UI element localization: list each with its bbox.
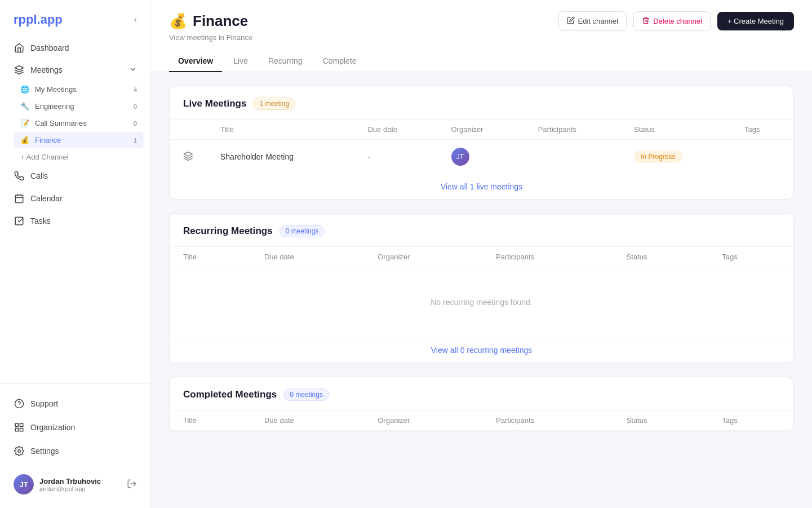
layers-icon — [14, 64, 25, 76]
table-header-row: Title Due date Organizer Participants St… — [170, 247, 793, 267]
col-title: Title — [170, 247, 251, 267]
tab-live[interactable]: Live — [224, 51, 257, 72]
svg-rect-1 — [15, 195, 23, 203]
table-row: No recurring meetings found. — [170, 267, 793, 338]
col-organizer: Organizer — [364, 247, 482, 267]
completed-meetings-section: Completed Meetings 0 meetings Title Due … — [169, 377, 794, 431]
tab-overview[interactable]: Overview — [169, 51, 222, 72]
edit-icon — [567, 16, 575, 26]
sidebar-item-tasks[interactable]: Tasks — [7, 210, 144, 232]
sub-item-badge: 0 — [134, 103, 137, 110]
col-status: Status — [613, 247, 709, 267]
sub-item-label: Engineering — [35, 102, 74, 111]
sidebar-item-label: Calls — [30, 171, 48, 180]
wrench-icon: 🔧 — [20, 102, 29, 111]
sidebar-item-finance[interactable]: 💰 Finance 1 — [14, 132, 144, 148]
page-subtitle: View meetings in Finance — [169, 33, 794, 42]
col-title: Title — [207, 120, 354, 140]
svg-rect-9 — [20, 423, 23, 426]
page-title-text: Finance — [193, 12, 248, 30]
sidebar-bottom: Support Organization Settings JT Jordan … — [0, 383, 150, 508]
recurring-meetings-badge: 0 meetings — [279, 225, 325, 237]
page-emoji: 💰 — [169, 12, 187, 30]
logo-area: rppl.app ‹ — [0, 0, 150, 37]
table-row[interactable]: Shareholder Meeting - JT In Progress — [170, 140, 793, 174]
page-header: 💰 Finance Edit channel Delete channel — [151, 0, 812, 72]
edit-channel-button[interactable]: Edit channel — [558, 11, 627, 31]
row-icon-cell — [170, 140, 207, 174]
meeting-type-icon — [183, 154, 193, 163]
trash-icon — [642, 16, 650, 26]
user-details: Jordan Trbuhovic jordan@rppl.app — [39, 477, 121, 492]
sub-item-badge: 1 — [134, 137, 137, 144]
sidebar-item-my-meetings[interactable]: 🌐 My Meetings 4 — [14, 81, 144, 98]
table-header-row: Title Due date Organizer Participants St… — [170, 120, 793, 140]
col-organizer: Organizer — [364, 410, 482, 431]
sidebar-item-label: Support — [30, 399, 58, 408]
svg-marker-14 — [184, 152, 193, 156]
page-title: 💰 Finance — [169, 12, 248, 30]
col-status: Status — [613, 410, 709, 431]
sidebar-item-label: Calendar — [30, 194, 63, 203]
svg-marker-0 — [15, 66, 24, 70]
user-name: Jordan Trbuhovic — [39, 477, 121, 485]
sidebar-item-calendar[interactable]: Calendar — [7, 188, 144, 209]
table-header-row: Title Due date Organizer Participants St… — [170, 410, 793, 431]
col-organizer: Organizer — [438, 120, 525, 140]
add-channel-button[interactable]: + Add Channel — [14, 149, 144, 165]
col-tags: Tags — [731, 120, 793, 140]
svg-rect-11 — [15, 429, 18, 431]
view-all-recurring-link[interactable]: View all 0 recurring meetings — [431, 346, 533, 355]
row-due-date: - — [354, 140, 437, 174]
sub-item-label: My Meetings — [35, 85, 77, 94]
sidebar-item-engineering[interactable]: 🔧 Engineering 0 — [14, 98, 144, 114]
globe-icon: 🌐 — [20, 85, 29, 94]
col-icon — [170, 120, 207, 140]
empty-state-message: No recurring meetings found. — [183, 275, 780, 329]
collapse-button[interactable]: ‹ — [134, 15, 137, 25]
view-all-live: View all 1 live meetings — [170, 174, 793, 199]
sidebar-item-settings[interactable]: Settings — [7, 440, 144, 462]
logo-brand: rppl — [14, 12, 37, 26]
header-actions: Edit channel Delete channel + Create Mee… — [558, 11, 794, 31]
sidebar-item-support[interactable]: Support — [7, 393, 144, 414]
svg-rect-10 — [20, 429, 23, 431]
edit-channel-label: Edit channel — [578, 17, 619, 25]
recurring-meetings-section: Recurring Meetings 0 meetings Title Due … — [169, 213, 794, 363]
col-tags: Tags — [708, 247, 793, 267]
sidebar-item-call-summaries[interactable]: 📝 Call Summaries 0 — [14, 115, 144, 131]
home-icon — [14, 42, 25, 54]
tabs-nav: Overview Live Recurring Complete — [169, 51, 794, 72]
chevron-down-icon — [129, 65, 137, 75]
sidebar-item-calls[interactable]: Calls — [7, 165, 144, 187]
create-meeting-button[interactable]: + Create Meeting — [717, 12, 794, 30]
row-title: Shareholder Meeting — [207, 140, 354, 174]
sub-item-label: Finance — [35, 136, 61, 144]
empty-state: No recurring meetings found. — [170, 267, 793, 338]
tab-recurring[interactable]: Recurring — [259, 51, 312, 72]
recurring-meetings-table: Title Due date Organizer Participants St… — [170, 246, 793, 338]
row-organizer: JT — [438, 140, 525, 174]
tab-complete[interactable]: Complete — [314, 51, 366, 72]
notepad-icon: 📝 — [20, 119, 29, 127]
avatar: JT — [14, 474, 34, 494]
col-due-date: Due date — [251, 247, 364, 267]
completed-meetings-badge: 0 meetings — [283, 388, 329, 401]
sidebar-item-organization[interactable]: Organization — [7, 417, 144, 438]
logout-button[interactable] — [127, 479, 137, 491]
completed-meetings-title: Completed Meetings — [183, 389, 277, 400]
col-due-date: Due date — [251, 410, 364, 431]
page-title-row: 💰 Finance Edit channel Delete channel — [169, 11, 794, 31]
view-all-recurring: View all 0 recurring meetings — [170, 338, 793, 363]
delete-channel-button[interactable]: Delete channel — [633, 11, 711, 31]
user-info: JT Jordan Trbuhovic jordan@rppl.app — [7, 470, 144, 499]
sidebar-item-meetings[interactable]: Meetings — [7, 60, 144, 80]
sidebar-meetings-label: Meetings — [30, 65, 63, 74]
sidebar-navigation: Dashboard Meetings 🌐 My Meetings 4 🔧 Eng… — [0, 37, 150, 383]
sidebar-item-dashboard[interactable]: Dashboard — [7, 37, 144, 59]
view-all-live-link[interactable]: View all 1 live meetings — [441, 182, 522, 191]
completed-meetings-table: Title Due date Organizer Participants St… — [170, 410, 793, 431]
grid-icon — [14, 422, 25, 433]
recurring-meetings-header: Recurring Meetings 0 meetings — [170, 214, 793, 237]
completed-meetings-header: Completed Meetings 0 meetings — [170, 377, 793, 401]
